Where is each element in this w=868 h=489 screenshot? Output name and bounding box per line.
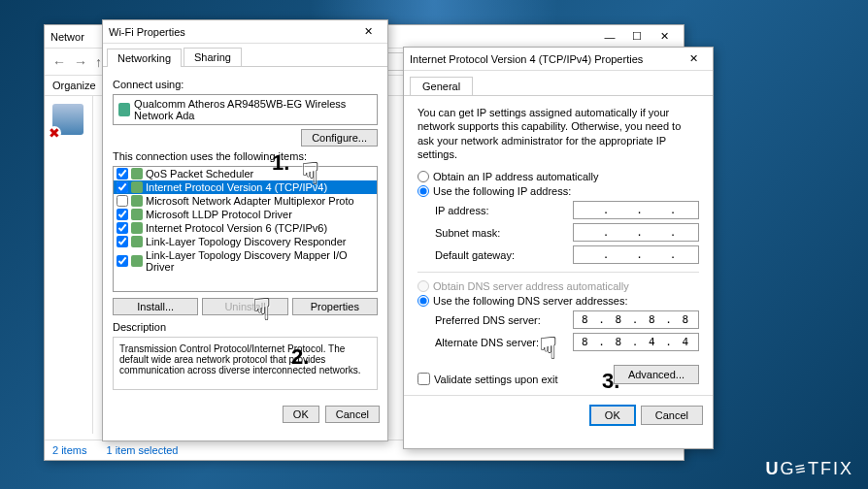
cancel-button[interactable]: Cancel — [325, 406, 380, 423]
protocol-icon — [131, 195, 143, 207]
protocol-icon — [131, 236, 143, 247]
watermark: UG≡TFIX — [765, 459, 853, 479]
validate-checkbox-row[interactable]: Validate settings upon exit — [417, 373, 558, 385]
cursor-icon: ☟ — [252, 291, 271, 328]
ip-address-input[interactable] — [573, 201, 699, 219]
item-checkbox[interactable] — [117, 209, 128, 220]
close-button[interactable]: ✕ — [354, 22, 382, 42]
forward-icon[interactable]: → — [74, 54, 87, 70]
maximize-button[interactable]: ☐ — [623, 27, 651, 47]
close-button[interactable]: ✕ — [651, 27, 678, 47]
list-item[interactable]: Link-Layer Topology Discovery Mapper I/O… — [114, 248, 377, 274]
explorer-sidebar — [45, 96, 93, 434]
protocol-icon — [131, 209, 143, 220]
network-adapter-icon[interactable] — [52, 104, 83, 135]
tab-general[interactable]: General — [410, 77, 473, 95]
annotation-one: 1. — [272, 150, 289, 176]
properties-button[interactable]: Properties — [292, 298, 378, 315]
cursor-icon: ☟ — [539, 330, 557, 367]
wifi-titlebar: Wi-Fi Properties ✕ — [103, 20, 387, 44]
item-checkbox[interactable] — [117, 255, 128, 267]
wifi-tabs: Networking Sharing — [103, 44, 387, 67]
item-checkbox[interactable] — [117, 181, 128, 193]
ipv4-title: Internet Protocol Version 4 (TCP/IPv4) P… — [410, 53, 680, 65]
ip-address-row: IP address: — [435, 201, 699, 219]
description-label: Description — [113, 321, 378, 333]
use-ip-radio[interactable]: Use the following IP address: — [417, 185, 699, 197]
up-icon[interactable]: ↑ — [95, 54, 102, 70]
use-dns-radio[interactable]: Use the following DNS server addresses: — [417, 295, 699, 307]
tab-sharing[interactable]: Sharing — [184, 48, 242, 66]
cursor-icon: ☟ — [301, 155, 319, 192]
minimize-button[interactable]: — — [596, 27, 623, 47]
configure-button[interactable]: Configure... — [301, 129, 378, 147]
subnet-row: Subnet mask: — [435, 223, 699, 242]
list-item-ipv4[interactable]: Internet Protocol Version 4 (TCP/IPv4) — [114, 180, 377, 194]
status-selected-count: 1 item selected — [106, 444, 178, 456]
gateway-row: Default gateway: — [435, 245, 699, 264]
wifi-title: Wi-Fi Properties — [109, 26, 354, 38]
ipv4-properties-dialog: Internet Protocol Version 4 (TCP/IPv4) P… — [403, 47, 714, 449]
annotation-three: 3. — [602, 369, 619, 394]
description-text: Transmission Control Protocol/Internet P… — [113, 337, 378, 390]
item-checkbox[interactable] — [117, 168, 128, 179]
subnet-input[interactable] — [573, 223, 699, 242]
validate-checkbox[interactable] — [417, 373, 430, 385]
protocol-icon — [131, 222, 143, 234]
ok-button[interactable]: OK — [283, 406, 319, 423]
adapter-name: Qualcomm Atheros AR9485WB-EG Wireless Ne… — [134, 98, 372, 121]
back-icon[interactable]: ← — [52, 54, 66, 70]
item-checkbox[interactable] — [117, 236, 128, 247]
protocol-icon — [131, 168, 143, 179]
protocol-icon — [131, 255, 143, 267]
obtain-dns-radio: Obtain DNS server address automatically — [417, 280, 699, 292]
cancel-button[interactable]: Cancel — [641, 406, 703, 425]
items-label: This connection uses the following items… — [113, 150, 378, 162]
list-item[interactable]: Internet Protocol Version 6 (TCP/IPv6) — [114, 221, 377, 235]
uninstall-button: Uninstall — [202, 298, 287, 315]
window-controls: — ☐ ✕ — [596, 27, 678, 47]
ipv4-titlebar: Internet Protocol Version 4 (TCP/IPv4) P… — [404, 48, 713, 71]
adapter-field: Qualcomm Atheros AR9485WB-EG Wireless Ne… — [113, 94, 378, 125]
adapter-icon — [118, 103, 130, 116]
close-button[interactable]: ✕ — [680, 49, 707, 69]
item-checkbox[interactable] — [117, 222, 128, 234]
list-item[interactable]: Microsoft Network Adapter Multiplexor Pr… — [114, 194, 377, 208]
info-text: You can get IP settings assigned automat… — [417, 106, 699, 161]
annotation-two: 2. — [291, 344, 309, 370]
status-item-count: 2 items — [52, 444, 86, 456]
alternate-dns-row: Alternate DNS server: — [435, 333, 699, 351]
wifi-properties-dialog: Wi-Fi Properties ✕ Networking Sharing Co… — [102, 19, 388, 441]
ok-button[interactable]: OK — [590, 406, 635, 425]
items-list[interactable]: QoS Packet Scheduler Internet Protocol V… — [113, 166, 378, 292]
obtain-ip-radio[interactable]: Obtain an IP address automatically — [417, 171, 699, 182]
list-item[interactable]: Microsoft LLDP Protocol Driver — [114, 208, 377, 221]
list-item[interactable]: QoS Packet Scheduler — [114, 167, 377, 180]
alternate-dns-input[interactable] — [573, 333, 699, 351]
install-button[interactable]: Install... — [113, 298, 198, 315]
gateway-input[interactable] — [573, 245, 699, 264]
advanced-button[interactable]: Advanced... — [614, 365, 699, 384]
protocol-icon — [131, 181, 143, 193]
item-checkbox[interactable] — [117, 195, 128, 207]
connect-using-label: Connect using: — [113, 79, 378, 90]
list-item[interactable]: Link-Layer Topology Discovery Responder — [114, 235, 377, 248]
tab-networking[interactable]: Networking — [107, 49, 182, 67]
preferred-dns-row: Preferred DNS server: — [435, 310, 699, 329]
preferred-dns-input[interactable] — [573, 310, 699, 329]
